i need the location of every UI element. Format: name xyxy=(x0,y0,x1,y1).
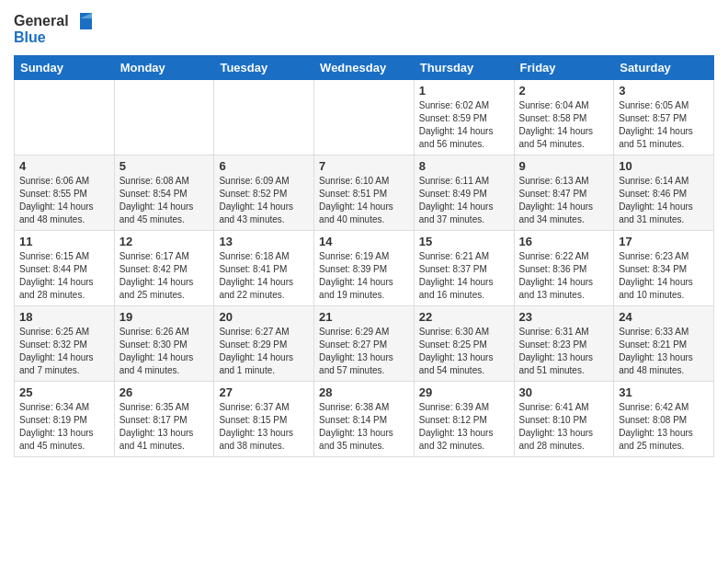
empty-cell xyxy=(314,80,415,155)
page-container: General Blue SundayMondayTuesdayWednesda… xyxy=(0,0,728,466)
week-row-0: 1Sunrise: 6:02 AM Sunset: 8:59 PM Daylig… xyxy=(15,80,714,155)
day-number: 25 xyxy=(19,385,109,399)
day-cell-12: 12Sunrise: 6:17 AM Sunset: 8:42 PM Dayli… xyxy=(114,231,214,306)
day-number: 31 xyxy=(619,385,709,399)
day-number: 23 xyxy=(519,310,609,324)
day-number: 17 xyxy=(619,235,709,248)
day-info: Sunrise: 6:19 AM Sunset: 8:39 PM Dayligh… xyxy=(319,250,409,302)
day-info: Sunrise: 6:22 AM Sunset: 8:36 PM Dayligh… xyxy=(519,250,609,302)
day-cell-24: 24Sunrise: 6:33 AM Sunset: 8:21 PM Dayli… xyxy=(614,306,714,382)
day-number: 20 xyxy=(219,310,309,324)
day-info: Sunrise: 6:06 AM Sunset: 8:55 PM Dayligh… xyxy=(19,175,109,226)
calendar-header-row: SundayMondayTuesdayWednesdayThursdayFrid… xyxy=(15,56,714,80)
day-cell-3: 3Sunrise: 6:05 AM Sunset: 8:57 PM Daylig… xyxy=(614,80,714,155)
day-info: Sunrise: 6:09 AM Sunset: 8:52 PM Dayligh… xyxy=(219,175,309,226)
day-number: 6 xyxy=(219,159,309,173)
day-info: Sunrise: 6:30 AM Sunset: 8:25 PM Dayligh… xyxy=(419,326,509,377)
day-info: Sunrise: 6:11 AM Sunset: 8:49 PM Dayligh… xyxy=(419,175,509,226)
week-row-2: 11Sunrise: 6:15 AM Sunset: 8:44 PM Dayli… xyxy=(15,231,714,306)
day-cell-14: 14Sunrise: 6:19 AM Sunset: 8:39 PM Dayli… xyxy=(314,231,415,306)
day-cell-5: 5Sunrise: 6:08 AM Sunset: 8:54 PM Daylig… xyxy=(114,155,214,231)
day-number: 3 xyxy=(619,84,709,98)
day-number: 10 xyxy=(619,159,709,173)
day-info: Sunrise: 6:42 AM Sunset: 8:08 PM Dayligh… xyxy=(619,401,709,453)
day-number: 2 xyxy=(519,84,609,98)
day-cell-9: 9Sunrise: 6:13 AM Sunset: 8:47 PM Daylig… xyxy=(514,155,614,231)
day-cell-15: 15Sunrise: 6:21 AM Sunset: 8:37 PM Dayli… xyxy=(414,231,514,306)
day-info: Sunrise: 6:39 AM Sunset: 8:12 PM Dayligh… xyxy=(419,401,509,453)
day-cell-10: 10Sunrise: 6:14 AM Sunset: 8:46 PM Dayli… xyxy=(614,155,714,231)
day-number: 16 xyxy=(519,235,609,248)
day-cell-4: 4Sunrise: 6:06 AM Sunset: 8:55 PM Daylig… xyxy=(15,155,115,231)
day-number: 11 xyxy=(19,235,109,248)
day-number: 24 xyxy=(619,310,709,324)
day-header-tuesday: Tuesday xyxy=(214,56,314,80)
day-cell-6: 6Sunrise: 6:09 AM Sunset: 8:52 PM Daylig… xyxy=(214,155,314,231)
day-info: Sunrise: 6:15 AM Sunset: 8:44 PM Dayligh… xyxy=(19,250,109,302)
day-number: 30 xyxy=(519,385,609,399)
empty-cell xyxy=(214,80,314,155)
day-number: 4 xyxy=(19,159,109,173)
empty-cell xyxy=(15,80,115,155)
logo: General Blue xyxy=(14,9,97,50)
day-number: 29 xyxy=(419,385,509,399)
week-row-4: 25Sunrise: 6:34 AM Sunset: 8:19 PM Dayli… xyxy=(15,382,714,457)
day-cell-13: 13Sunrise: 6:18 AM Sunset: 8:41 PM Dayli… xyxy=(214,231,314,306)
day-number: 15 xyxy=(419,235,509,248)
day-cell-18: 18Sunrise: 6:25 AM Sunset: 8:32 PM Dayli… xyxy=(15,306,115,382)
day-info: Sunrise: 6:18 AM Sunset: 8:41 PM Dayligh… xyxy=(219,250,309,302)
day-info: Sunrise: 6:23 AM Sunset: 8:34 PM Dayligh… xyxy=(619,250,709,302)
day-header-sunday: Sunday xyxy=(15,56,115,80)
day-number: 13 xyxy=(219,235,309,248)
day-cell-25: 25Sunrise: 6:34 AM Sunset: 8:19 PM Dayli… xyxy=(15,382,115,457)
day-number: 1 xyxy=(419,84,509,98)
day-number: 27 xyxy=(219,385,309,399)
day-cell-17: 17Sunrise: 6:23 AM Sunset: 8:34 PM Dayli… xyxy=(614,231,714,306)
day-number: 28 xyxy=(319,385,409,399)
day-number: 8 xyxy=(419,159,509,173)
day-number: 19 xyxy=(119,310,210,324)
day-number: 26 xyxy=(119,385,210,399)
day-header-wednesday: Wednesday xyxy=(314,56,415,80)
day-info: Sunrise: 6:08 AM Sunset: 8:54 PM Dayligh… xyxy=(119,175,210,226)
day-info: Sunrise: 6:21 AM Sunset: 8:37 PM Dayligh… xyxy=(419,250,509,302)
day-info: Sunrise: 6:25 AM Sunset: 8:32 PM Dayligh… xyxy=(19,326,109,377)
week-row-3: 18Sunrise: 6:25 AM Sunset: 8:32 PM Dayli… xyxy=(15,306,714,382)
day-info: Sunrise: 6:13 AM Sunset: 8:47 PM Dayligh… xyxy=(519,175,609,226)
day-info: Sunrise: 6:29 AM Sunset: 8:27 PM Dayligh… xyxy=(319,326,409,377)
day-cell-8: 8Sunrise: 6:11 AM Sunset: 8:49 PM Daylig… xyxy=(414,155,514,231)
day-cell-19: 19Sunrise: 6:26 AM Sunset: 8:30 PM Dayli… xyxy=(114,306,214,382)
day-cell-31: 31Sunrise: 6:42 AM Sunset: 8:08 PM Dayli… xyxy=(614,382,714,457)
week-row-1: 4Sunrise: 6:06 AM Sunset: 8:55 PM Daylig… xyxy=(15,155,714,231)
day-info: Sunrise: 6:17 AM Sunset: 8:42 PM Dayligh… xyxy=(119,250,210,302)
day-cell-11: 11Sunrise: 6:15 AM Sunset: 8:44 PM Dayli… xyxy=(15,231,115,306)
day-number: 14 xyxy=(319,235,409,248)
day-info: Sunrise: 6:34 AM Sunset: 8:19 PM Dayligh… xyxy=(19,401,109,453)
day-cell-27: 27Sunrise: 6:37 AM Sunset: 8:15 PM Dayli… xyxy=(214,382,314,457)
svg-text:General: General xyxy=(14,13,69,29)
day-cell-22: 22Sunrise: 6:30 AM Sunset: 8:25 PM Dayli… xyxy=(414,306,514,382)
day-cell-23: 23Sunrise: 6:31 AM Sunset: 8:23 PM Dayli… xyxy=(514,306,614,382)
day-cell-28: 28Sunrise: 6:38 AM Sunset: 8:14 PM Dayli… xyxy=(314,382,415,457)
day-header-monday: Monday xyxy=(114,56,214,80)
day-cell-21: 21Sunrise: 6:29 AM Sunset: 8:27 PM Dayli… xyxy=(314,306,415,382)
day-number: 22 xyxy=(419,310,509,324)
day-info: Sunrise: 6:14 AM Sunset: 8:46 PM Dayligh… xyxy=(619,175,709,226)
empty-cell xyxy=(114,80,214,155)
svg-text:Blue: Blue xyxy=(14,29,46,45)
day-info: Sunrise: 6:33 AM Sunset: 8:21 PM Dayligh… xyxy=(619,326,709,377)
day-header-saturday: Saturday xyxy=(614,56,714,80)
day-cell-26: 26Sunrise: 6:35 AM Sunset: 8:17 PM Dayli… xyxy=(114,382,214,457)
day-cell-16: 16Sunrise: 6:22 AM Sunset: 8:36 PM Dayli… xyxy=(514,231,614,306)
day-info: Sunrise: 6:26 AM Sunset: 8:30 PM Dayligh… xyxy=(119,326,210,377)
day-cell-1: 1Sunrise: 6:02 AM Sunset: 8:59 PM Daylig… xyxy=(414,80,514,155)
day-info: Sunrise: 6:35 AM Sunset: 8:17 PM Dayligh… xyxy=(119,401,210,453)
day-info: Sunrise: 6:37 AM Sunset: 8:15 PM Dayligh… xyxy=(219,401,309,453)
day-cell-7: 7Sunrise: 6:10 AM Sunset: 8:51 PM Daylig… xyxy=(314,155,415,231)
day-info: Sunrise: 6:02 AM Sunset: 8:59 PM Dayligh… xyxy=(419,99,509,151)
day-info: Sunrise: 6:41 AM Sunset: 8:10 PM Dayligh… xyxy=(519,401,609,453)
day-number: 9 xyxy=(519,159,609,173)
day-number: 18 xyxy=(19,310,109,324)
day-info: Sunrise: 6:31 AM Sunset: 8:23 PM Dayligh… xyxy=(519,326,609,377)
header: General Blue xyxy=(14,9,714,50)
